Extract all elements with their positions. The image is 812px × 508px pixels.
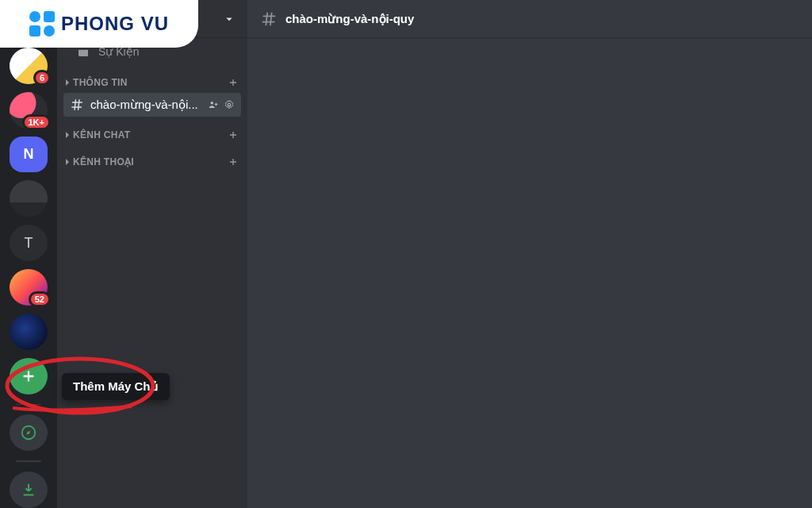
server-avatar[interactable]: 1K+ (10, 92, 48, 129)
rail-separator (16, 404, 41, 406)
gear-icon[interactable] (224, 99, 235, 110)
channel-name: chào-mừng-và-nội... (90, 98, 201, 112)
chevron-right-icon (63, 79, 71, 87)
add-channel-icon[interactable] (227, 76, 239, 89)
compass-icon (20, 424, 37, 441)
server-initial: T (25, 235, 33, 252)
category-header[interactable]: THÔNG TIN (57, 65, 247, 92)
server-avatar[interactable]: 6 (10, 48, 48, 84)
category-header[interactable]: KÊNH CHAT (57, 117, 247, 144)
svg-point-4 (228, 103, 231, 106)
add-server-tooltip: Thêm Máy Chủ (62, 373, 170, 400)
download-apps-button[interactable] (10, 471, 48, 508)
server-rail: 6 1K+ N T 52 (0, 0, 57, 508)
server-avatar[interactable] (10, 180, 48, 217)
main-area: chào-mừng-và-nội-quy (247, 0, 812, 508)
server-avatar[interactable]: N (10, 137, 48, 173)
add-server-button[interactable] (10, 358, 48, 394)
category-header[interactable]: KÊNH THOẠI (57, 144, 247, 171)
chevron-down-icon (222, 12, 236, 26)
channel-item[interactable]: chào-mừng-và-nội... (63, 93, 241, 117)
add-channel-icon[interactable] (227, 129, 239, 141)
svg-rect-2 (79, 48, 88, 50)
unread-badge: 6 (33, 70, 51, 86)
brand-logo-icon (29, 11, 55, 37)
add-channel-icon[interactable] (227, 156, 239, 168)
brand-logo-overlay: PHONG VU (0, 0, 198, 48)
category-name: THÔNG TIN (73, 77, 128, 88)
explore-servers-button[interactable] (10, 414, 48, 451)
svg-point-3 (211, 102, 214, 105)
server-initial: N (24, 146, 34, 163)
unread-badge: 1K+ (22, 114, 52, 130)
brand-logo-text: PHONG VU (61, 13, 169, 35)
category-name: KÊNH CHAT (73, 129, 130, 140)
download-icon (20, 481, 37, 498)
server-avatar[interactable]: T (10, 225, 48, 261)
unread-badge: 52 (29, 291, 51, 307)
category-name: KÊNH THOẠI (73, 156, 134, 167)
plus-icon (20, 368, 37, 385)
server-avatar[interactable] (10, 314, 48, 350)
channel-sidebar: Sự Kiện THÔNG TIN chào-mừng-và-nội... KÊ… (57, 0, 247, 508)
chevron-right-icon (63, 131, 71, 139)
hash-icon (70, 98, 84, 112)
main-header: chào-mừng-và-nội-quy (247, 0, 812, 38)
channel-title: chào-mừng-và-nội-quy (285, 12, 414, 26)
invite-people-icon[interactable] (208, 99, 219, 110)
message-area[interactable] (247, 38, 812, 508)
hash-icon (260, 10, 278, 28)
chevron-right-icon (63, 158, 71, 166)
server-avatar[interactable]: 52 (10, 269, 48, 306)
app-root: 6 1K+ N T 52 (0, 0, 812, 508)
rail-separator (16, 460, 41, 462)
